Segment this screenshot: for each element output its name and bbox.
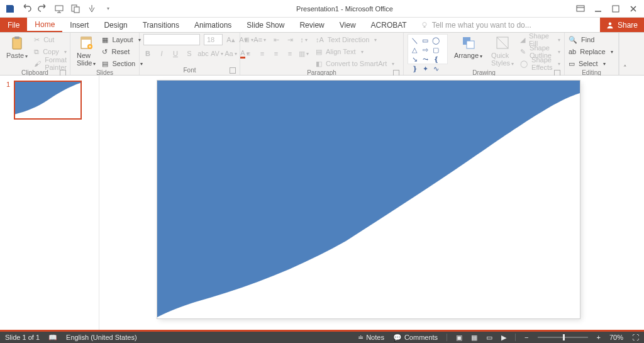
text-direction-icon: ↕A [316, 36, 324, 43]
decrease-indent-icon[interactable]: ⇤ [272, 35, 280, 44]
shape-arrow-icon[interactable]: ⇨ [421, 46, 430, 53]
freeform-shape[interactable] [157, 81, 580, 317]
font-name-combo[interactable] [143, 34, 200, 45]
section-button[interactable]: ▤Section [102, 58, 143, 69]
find-button[interactable]: 🔍Find [569, 34, 613, 45]
text-direction-button[interactable]: ↕AText Direction [316, 34, 394, 45]
replace-button[interactable]: abReplace [569, 46, 613, 57]
fit-to-window-icon[interactable]: ⛶ [632, 334, 639, 341]
tab-transitions[interactable]: Transitions [135, 18, 187, 32]
start-slideshow-icon[interactable] [54, 4, 64, 14]
underline-icon[interactable]: U [171, 49, 180, 58]
shape-brace-icon[interactable]: ❴ [431, 55, 440, 63]
section-icon: ▤ [102, 60, 108, 68]
comments-button[interactable]: 💬Comments [393, 334, 438, 342]
qat-extra-icon[interactable] [70, 4, 80, 14]
increase-font-icon[interactable]: A▴ [226, 35, 235, 44]
zoom-percent[interactable]: 70% [609, 334, 623, 341]
strikethrough-icon[interactable]: abc [199, 49, 208, 58]
shape-triangle-icon[interactable]: △ [410, 46, 419, 53]
collapse-ribbon-icon[interactable]: ˄ [619, 33, 630, 75]
new-slide-button[interactable]: New Slide [74, 34, 98, 68]
maximize-icon[interactable] [611, 4, 620, 13]
minimize-icon[interactable] [594, 4, 602, 13]
normal-view-icon[interactable]: ▣ [456, 334, 462, 342]
align-text-button[interactable]: ▤Align Text [316, 46, 394, 57]
slide-thumbnails-pane[interactable]: 1 [0, 76, 99, 332]
smartart-icon: ◧ [316, 60, 322, 68]
align-right-icon[interactable]: ≡ [272, 49, 280, 58]
tab-review[interactable]: Review [292, 18, 331, 32]
convert-smartart-button[interactable]: ◧Convert to SmartArt [316, 58, 394, 69]
shapes-gallery[interactable]: ＼ ▭ ◯ △ ⇨ ▢ ↘ ⤳ ❴ ❵ ✦ ∿ [408, 34, 448, 64]
format-painter-button[interactable]: 🖌Format Painter [34, 58, 67, 69]
slide-1[interactable] [157, 81, 580, 318]
numbering-icon[interactable]: ≡ [258, 35, 267, 44]
shadow-icon[interactable]: S [185, 49, 194, 58]
qat-customize-icon[interactable] [103, 4, 113, 14]
shape-rect-icon[interactable]: ▭ [421, 37, 430, 44]
bold-icon[interactable]: B [143, 49, 152, 58]
tab-slide-show[interactable]: Slide Show [239, 18, 292, 32]
shape-oval-icon[interactable]: ◯ [431, 37, 440, 44]
columns-icon[interactable]: ▥ [299, 49, 308, 58]
bullets-icon[interactable]: ≣ [244, 35, 253, 44]
slide-canvas-area[interactable] [99, 76, 644, 332]
redo-icon[interactable] [38, 4, 48, 14]
zoom-in-icon[interactable]: + [597, 334, 601, 341]
quick-styles-button[interactable]: Quick Styles [489, 34, 516, 68]
spell-check-icon[interactable]: 📖 [48, 334, 57, 342]
layout-button[interactable]: ▦Layout [102, 34, 143, 45]
slide-sorter-view-icon[interactable]: ▦ [471, 334, 477, 342]
tell-me-placeholder: Tell me what you want to do... [432, 21, 531, 30]
slideshow-view-icon[interactable]: ▶ [501, 334, 506, 342]
align-center-icon[interactable]: ≡ [258, 49, 267, 58]
char-spacing-icon[interactable]: AV [213, 49, 221, 58]
language-status[interactable]: English (United States) [66, 334, 137, 341]
zoom-slider[interactable] [538, 337, 588, 338]
reading-view-icon[interactable]: ▭ [486, 334, 492, 342]
tab-view[interactable]: View [332, 18, 364, 32]
line-spacing-icon[interactable]: ↕ [299, 35, 308, 44]
tab-design[interactable]: Design [96, 18, 135, 32]
justify-icon[interactable]: ≡ [286, 49, 294, 58]
align-left-icon[interactable]: ≡ [244, 49, 253, 58]
undo-icon[interactable] [21, 4, 31, 14]
shape-line-icon[interactable]: ＼ [410, 37, 419, 44]
reset-button[interactable]: ↺Reset [102, 46, 143, 57]
window-controls [576, 4, 644, 13]
increase-indent-icon[interactable]: ⇥ [286, 35, 294, 44]
tab-acrobat[interactable]: ACROBAT [364, 18, 414, 32]
thumbnail-preview[interactable] [14, 81, 82, 120]
tab-home[interactable]: Home [27, 18, 62, 32]
save-icon[interactable] [5, 4, 15, 14]
ribbon: Paste ✂Cut ⧉Copy 🖌Format Painter Clipboa… [0, 33, 644, 76]
zoom-out-icon[interactable]: − [525, 334, 528, 341]
shape-conn-icon[interactable]: ⤳ [421, 55, 430, 63]
tell-me-search[interactable]: Tell me what you want to do... [414, 18, 538, 32]
tab-insert[interactable]: Insert [62, 18, 96, 32]
shape-effects-button[interactable]: ◯Shape Effects [520, 58, 560, 69]
touch-mode-icon[interactable] [87, 4, 97, 14]
paste-button[interactable]: Paste [4, 34, 30, 60]
tab-animations[interactable]: Animations [187, 18, 239, 32]
ribbon-display-options-icon[interactable] [576, 4, 585, 13]
notes-button[interactable]: ≐Notes [358, 334, 384, 342]
change-case-icon[interactable]: Aa [226, 49, 235, 58]
close-icon[interactable] [629, 4, 638, 13]
tab-file[interactable]: File [0, 18, 27, 32]
ribbon-tabs: File Home Insert Design Transitions Anim… [0, 18, 644, 33]
italic-icon[interactable]: I [157, 49, 166, 58]
share-button[interactable]: Share [600, 18, 644, 32]
select-button[interactable]: ▭Select [569, 58, 613, 69]
shape-rrec-icon[interactable]: ▢ [431, 46, 440, 53]
font-size-combo[interactable]: 18 [204, 34, 223, 45]
reset-icon: ↺ [102, 48, 108, 56]
thumbnail-slide-1[interactable]: 1 [6, 81, 92, 120]
zoom-thumb[interactable] [563, 334, 565, 340]
effects-icon: ◯ [520, 60, 528, 68]
shape-line2-icon[interactable]: ↘ [410, 55, 419, 63]
arrange-button[interactable]: Arrange [452, 34, 485, 60]
font-dialog-launcher[interactable] [230, 67, 236, 74]
cut-button[interactable]: ✂Cut [34, 34, 67, 45]
